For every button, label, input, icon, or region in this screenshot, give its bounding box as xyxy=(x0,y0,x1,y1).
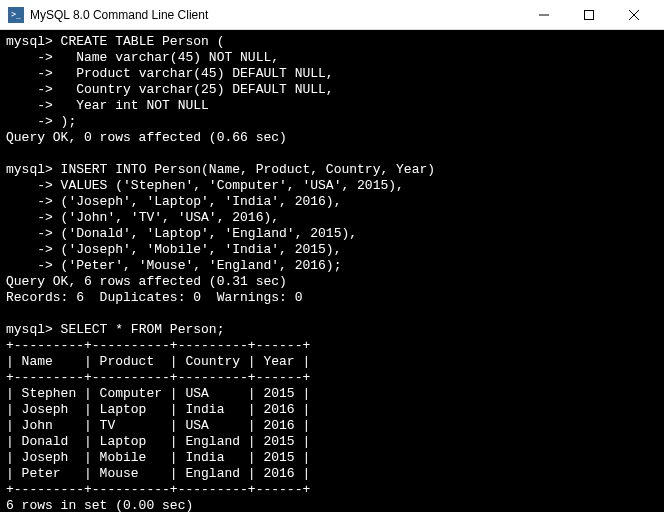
cont-prompt: -> xyxy=(6,210,53,225)
close-button[interactable] xyxy=(611,0,656,30)
create-col-3: Country varchar(25) DEFAULT NULL, xyxy=(53,82,334,97)
table-row: | Joseph | Laptop | India | 2016 | xyxy=(6,402,310,417)
titlebar: MySQL 8.0 Command Line Client xyxy=(0,0,664,30)
create-result: Query OK, 0 rows affected (0.66 sec) xyxy=(6,130,287,145)
insert-result-2: Records: 6 Duplicates: 0 Warnings: 0 xyxy=(6,290,302,305)
cont-prompt: -> xyxy=(6,258,53,273)
cont-prompt: -> xyxy=(6,242,53,257)
cont-prompt: -> xyxy=(6,66,53,81)
prompt: mysql> xyxy=(6,162,53,177)
window-title: MySQL 8.0 Command Line Client xyxy=(30,8,521,22)
maximize-button[interactable] xyxy=(566,0,611,30)
terminal-output[interactable]: mysql> CREATE TABLE Person ( -> Name var… xyxy=(0,30,664,512)
table-row: | John | TV | USA | 2016 | xyxy=(6,418,310,433)
insert-values-4: ('Donald', 'Laptop', 'England', 2015), xyxy=(53,226,357,241)
table-row: | Stephen | Computer | USA | 2015 | xyxy=(6,386,310,401)
insert-statement: INSERT INTO Person(Name, Product, Countr… xyxy=(53,162,435,177)
table-row: | Joseph | Mobile | India | 2015 | xyxy=(6,450,310,465)
prompt: mysql> xyxy=(6,34,53,49)
create-col-4: Year int NOT NULL xyxy=(53,98,209,113)
cont-prompt: -> xyxy=(6,178,53,193)
cont-prompt: -> xyxy=(6,226,53,241)
insert-values-3: ('John', 'TV', 'USA', 2016), xyxy=(53,210,279,225)
table-row: | Peter | Mouse | England | 2016 | xyxy=(6,466,310,481)
svg-rect-1 xyxy=(584,10,593,19)
table-border: +---------+----------+---------+------+ xyxy=(6,338,310,353)
select-statement: SELECT * FROM Person; xyxy=(53,322,225,337)
cont-prompt: -> xyxy=(6,50,53,65)
minimize-button[interactable] xyxy=(521,0,566,30)
rows-result: 6 rows in set (0.00 sec) xyxy=(6,498,193,512)
insert-values-6: ('Peter', 'Mouse', 'England', 2016); xyxy=(53,258,342,273)
cont-prompt: -> xyxy=(6,194,53,209)
table-border: +---------+----------+---------+------+ xyxy=(6,482,310,497)
app-icon xyxy=(8,7,24,23)
cont-prompt: -> xyxy=(6,98,53,113)
insert-result-1: Query OK, 6 rows affected (0.31 sec) xyxy=(6,274,287,289)
prompt: mysql> xyxy=(6,322,53,337)
cont-prompt: -> xyxy=(6,82,53,97)
table-row: | Donald | Laptop | England | 2015 | xyxy=(6,434,310,449)
insert-values-2: ('Joseph', 'Laptop', 'India', 2016), xyxy=(53,194,342,209)
create-col-2: Product varchar(45) DEFAULT NULL, xyxy=(53,66,334,81)
create-col-1: Name varchar(45) NOT NULL, xyxy=(53,50,279,65)
table-border: +---------+----------+---------+------+ xyxy=(6,370,310,385)
create-close: ); xyxy=(53,114,76,129)
insert-values-1: VALUES ('Stephen', 'Computer', 'USA', 20… xyxy=(53,178,404,193)
cont-prompt: -> xyxy=(6,114,53,129)
create-statement: CREATE TABLE Person ( xyxy=(53,34,225,49)
table-header: | Name | Product | Country | Year | xyxy=(6,354,310,369)
insert-values-5: ('Joseph', 'Mobile', 'India', 2015), xyxy=(53,242,342,257)
window-controls xyxy=(521,0,656,30)
